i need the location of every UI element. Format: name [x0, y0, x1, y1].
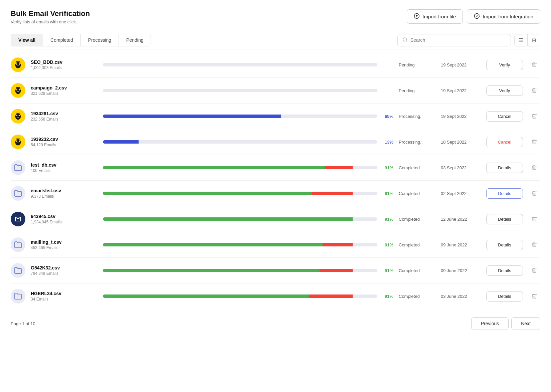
svg-point-11 [15, 88, 21, 94]
upload-icon [414, 13, 420, 20]
table-row: mailling_t.csv 453,465 Emails 91% Comple… [11, 232, 540, 258]
list-view-button[interactable]: ☰ [515, 34, 528, 46]
grid-icon: ⊞ [532, 37, 536, 43]
tab-completed[interactable]: Completed [43, 34, 81, 46]
progress-pct: 91% [381, 165, 393, 170]
delete-button[interactable] [528, 216, 540, 222]
progress-pct: 91% [381, 191, 393, 196]
status-badge: Processing.. [399, 114, 435, 119]
folder-icon [11, 289, 25, 304]
filter-row: View allCompletedProcessingPending ☰ ⊞ [11, 34, 540, 46]
delete-button[interactable] [528, 62, 540, 68]
file-info: G542K32.csv 794,349 Emails [31, 265, 98, 276]
file-emails: 1,002,303 Emails [31, 65, 98, 70]
svg-line-3 [406, 41, 407, 42]
progress-bar [103, 269, 377, 272]
details-button[interactable]: Details [486, 163, 523, 173]
details-button[interactable]: Details [486, 291, 523, 302]
table-row: test_db.csv 100 Emails 91% Completed 03 … [11, 155, 540, 181]
svg-point-31 [19, 142, 19, 142]
tab-pending[interactable]: Pending [119, 34, 151, 46]
file-emails: 100 Emails [31, 168, 98, 173]
file-emails: 453,465 Emails [31, 245, 98, 250]
progress-area: 91% [103, 191, 393, 196]
file-name: G542K32.csv [31, 265, 98, 270]
progress-pct: 91% [381, 242, 393, 247]
import-integration-button[interactable]: Import from Integration [467, 9, 540, 24]
tab-all[interactable]: View all [11, 34, 43, 46]
delete-button[interactable] [528, 165, 540, 171]
table-row: 643945.csv 1,934,945 Emails 91% Complete… [11, 206, 540, 232]
table-row: emailslist.csv 9,378 Emails 91% Complete… [11, 181, 540, 206]
file-info: mailling_t.csv 453,465 Emails [31, 239, 98, 250]
verify-button[interactable]: Verify [486, 60, 523, 70]
progress-bar [103, 192, 377, 195]
date-cell: 12 June 2022 [441, 217, 481, 222]
svg-point-10 [19, 64, 19, 65]
file-emails: 232,658 Emails [31, 117, 98, 122]
details-button[interactable]: Details [486, 214, 523, 224]
status-badge: Processing.. [399, 140, 435, 145]
progress-pct: 13% [381, 140, 393, 145]
details-button[interactable]: Details [486, 240, 523, 250]
folder-icon [11, 237, 25, 252]
file-name: mailling_t.csv [31, 239, 98, 245]
date-cell: 09 June 2022 [441, 268, 481, 273]
folder-icon [11, 160, 25, 175]
divider [11, 49, 540, 49]
progress-area: 91% [103, 217, 393, 222]
date-cell: 19 Sept 2022 [441, 62, 481, 67]
search-icon [402, 37, 408, 43]
mailchimp-icon [11, 83, 25, 98]
table-row: 1934281.csv 232,658 Emails 65% Processin… [11, 104, 540, 129]
search-input[interactable] [410, 37, 506, 43]
grid-view-button[interactable]: ⊞ [528, 34, 540, 46]
delete-button[interactable] [528, 87, 540, 93]
progress-pct: 91% [381, 294, 393, 299]
svg-point-23 [17, 116, 17, 116]
file-name: campaign_2.csv [31, 85, 98, 90]
action-col: Details [486, 163, 523, 173]
verify-button[interactable]: Verify [486, 85, 523, 96]
tab-processing[interactable]: Processing [81, 34, 119, 46]
cancel-button[interactable]: Cancel [486, 137, 523, 147]
action-col: Details [486, 291, 523, 302]
table-row: HGERL34.csv 34 Emails 91% Completed 03 J… [11, 283, 540, 309]
svg-point-30 [17, 142, 17, 142]
file-info: 1939232.csv 54,120 Emails [31, 137, 98, 147]
svg-point-17 [19, 90, 19, 90]
progress-bar [103, 166, 377, 169]
table-row: SEO_BDD.csv 1,002,303 Emails Pending 19 … [11, 52, 540, 78]
delete-button[interactable] [528, 113, 540, 119]
file-info: 1934281.csv 232,658 Emails [31, 111, 98, 122]
file-name: test_db.csv [31, 162, 98, 168]
progress-area: 91% [103, 294, 393, 299]
delete-button[interactable] [528, 190, 540, 196]
next-button[interactable]: Next [511, 317, 540, 330]
action-col: Details [486, 188, 523, 199]
mailchimp-icon [11, 135, 25, 149]
date-cell: 18 Sept 2022 [441, 140, 481, 145]
delete-button[interactable] [528, 242, 540, 248]
progress-bar [103, 295, 377, 298]
delete-button[interactable] [528, 293, 540, 299]
import-file-button[interactable]: Import from file [407, 9, 463, 24]
previous-button[interactable]: Previous [471, 317, 509, 330]
delete-button[interactable] [528, 139, 540, 145]
folder-icon [11, 186, 25, 201]
svg-point-24 [19, 116, 19, 116]
status-badge: Completed [399, 268, 435, 273]
file-name: 643945.csv [31, 214, 98, 219]
import-file-label: Import from file [422, 14, 456, 19]
svg-point-18 [15, 114, 21, 120]
delete-button[interactable] [528, 267, 540, 273]
right-controls: ☰ ⊞ [397, 34, 540, 46]
progress-area: 65% [103, 114, 393, 119]
page-title: Bulk Email Verification [11, 9, 90, 18]
cancel-button[interactable]: Cancel [486, 111, 523, 122]
details-button[interactable]: Details [486, 188, 523, 199]
details-button[interactable]: Details [486, 265, 523, 276]
view-toggle: ☰ ⊞ [514, 34, 540, 46]
title-section: Bulk Email Verification Verify lists of … [11, 9, 90, 24]
file-name: emailslist.csv [31, 188, 98, 193]
